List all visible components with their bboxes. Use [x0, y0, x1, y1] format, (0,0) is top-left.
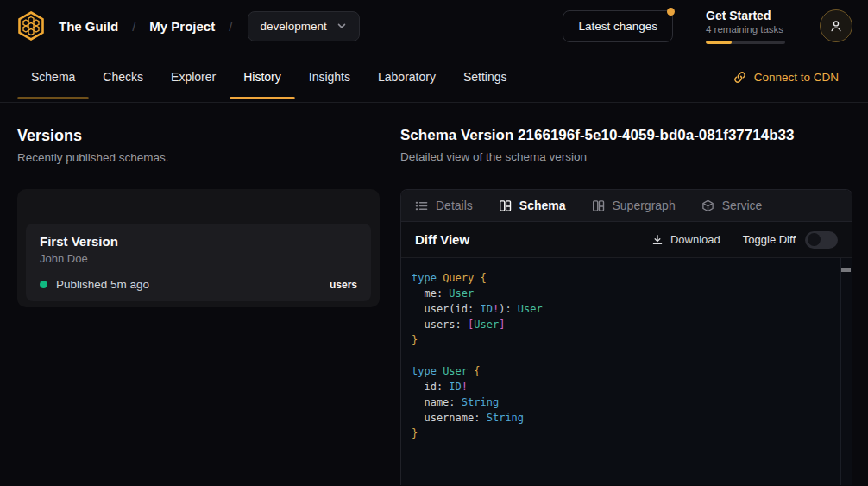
tab-underline — [157, 97, 230, 99]
tab-underline — [89, 97, 157, 99]
code-content: type Query { me: User user(id: ID!): Use… — [412, 270, 840, 441]
latest-changes-button[interactable]: Latest changes — [563, 10, 673, 42]
version-detail-card: Details Schema — [400, 189, 852, 485]
tab-schema[interactable]: Schema — [17, 52, 89, 102]
published-status-dot — [40, 281, 47, 288]
version-author: John Doe — [40, 252, 357, 265]
tab-label: History — [243, 70, 281, 84]
version-name: First Version — [40, 234, 357, 249]
versions-panel: Versions Recently published schemas. Fir… — [0, 103, 400, 485]
versions-title: Versions — [17, 127, 380, 145]
indent-guide — [412, 286, 412, 332]
download-icon — [651, 234, 664, 246]
page-tabs: Schema Checks Explorer History Insights … — [0, 52, 868, 103]
detail-tab-supergraph[interactable]: Supergraph — [592, 199, 676, 212]
scrollbar-thumb[interactable] — [841, 268, 851, 272]
detail-tab-service[interactable]: Service — [701, 199, 763, 212]
detail-tab-label: Schema — [519, 199, 566, 212]
toggle-diff-label: Toggle Diff — [743, 233, 796, 246]
version-detail-panel: Schema Version 2166196f-5e10-4059-bd0a-0… — [400, 103, 868, 485]
tab-underline — [450, 97, 521, 99]
tab-label: Explorer — [171, 70, 216, 84]
tab-label: Checks — [103, 70, 143, 84]
main-content: Versions Recently published schemas. Fir… — [0, 103, 868, 485]
detail-tabs: Details Schema — [401, 190, 852, 222]
version-detail-subtitle: Detailed view of the schema version — [400, 150, 852, 163]
toggle-diff-switch[interactable] — [805, 231, 838, 249]
tab-settings[interactable]: Settings — [450, 52, 521, 102]
target-selector[interactable]: development — [248, 11, 359, 41]
diff-actions: Download Toggle Diff — [651, 231, 838, 249]
get-started-progressbar — [706, 41, 785, 44]
download-button[interactable]: Download — [651, 233, 720, 246]
box-icon — [701, 199, 714, 212]
version-service-name: users — [330, 279, 357, 291]
detail-tab-schema[interactable]: Schema — [499, 199, 566, 212]
tab-insights[interactable]: Insights — [295, 52, 364, 102]
chevron-down-icon — [336, 20, 348, 32]
versions-subtitle: Recently published schemas. — [17, 151, 380, 164]
tab-checks[interactable]: Checks — [89, 52, 157, 102]
user-icon — [828, 18, 844, 34]
app-header: The Guild / My Project / development Lat… — [0, 0, 868, 52]
breadcrumb-project[interactable]: My Project — [149, 19, 215, 34]
tab-laboratory[interactable]: Laboratory — [364, 52, 450, 102]
get-started-widget[interactable]: Get Started 4 remaining tasks — [706, 9, 785, 44]
breadcrumb-separator: / — [229, 19, 232, 34]
target-selector-value: development — [260, 20, 326, 33]
hive-logo-icon[interactable] — [16, 10, 47, 41]
user-avatar[interactable] — [820, 9, 852, 42]
diff-view-title: Diff View — [415, 232, 469, 247]
toggle-diff-group: Toggle Diff — [743, 231, 838, 249]
diff-view-header: Diff View Download Toggle Diff — [401, 222, 852, 258]
versions-list: First Version John Doe Published 5m ago … — [17, 189, 380, 307]
editor-scrollbar[interactable] — [840, 258, 852, 485]
connect-to-cdn-button[interactable]: Connect to CDN — [733, 52, 839, 102]
columns-icon — [592, 199, 605, 212]
get-started-subtitle: 4 remaining tasks — [706, 24, 785, 35]
tab-history[interactable]: History — [230, 52, 295, 102]
list-icon — [415, 199, 428, 212]
switch-knob — [808, 233, 821, 246]
tab-underline — [295, 97, 364, 99]
columns-icon — [499, 199, 512, 212]
breadcrumb: The Guild / My Project / — [59, 19, 232, 34]
indent-guide — [412, 379, 412, 426]
version-status: Published 5m ago — [56, 278, 149, 291]
get-started-title: Get Started — [706, 9, 785, 22]
connect-to-cdn-label: Connect to CDN — [754, 71, 839, 84]
tab-label: Laboratory — [378, 70, 436, 84]
detail-tab-label: Service — [722, 199, 763, 212]
version-list-item[interactable]: First Version John Doe Published 5m ago … — [26, 224, 371, 301]
schema-code-editor[interactable]: type Query { me: User user(id: ID!): Use… — [401, 258, 852, 485]
tab-underline — [17, 97, 89, 99]
tab-label: Settings — [463, 70, 507, 84]
latest-changes-label: Latest changes — [578, 20, 657, 33]
tab-underline — [230, 97, 295, 99]
tab-underline — [364, 97, 450, 99]
detail-tab-label: Details — [436, 199, 473, 212]
version-detail-title: Schema Version 2166196f-5e10-4059-bd0a-0… — [400, 127, 852, 144]
tab-label: Schema — [31, 70, 75, 84]
download-label: Download — [670, 233, 720, 246]
tab-label: Insights — [309, 70, 350, 84]
breadcrumb-separator: / — [132, 19, 135, 34]
breadcrumb-org[interactable]: The Guild — [59, 19, 118, 34]
notification-dot — [667, 8, 675, 16]
detail-tab-label: Supergraph — [613, 199, 676, 212]
get-started-progress-fill — [706, 41, 732, 44]
detail-tab-details[interactable]: Details — [415, 199, 473, 212]
link-icon — [733, 71, 746, 84]
tab-explorer[interactable]: Explorer — [157, 52, 230, 102]
version-status-row: Published 5m ago users — [40, 278, 357, 291]
